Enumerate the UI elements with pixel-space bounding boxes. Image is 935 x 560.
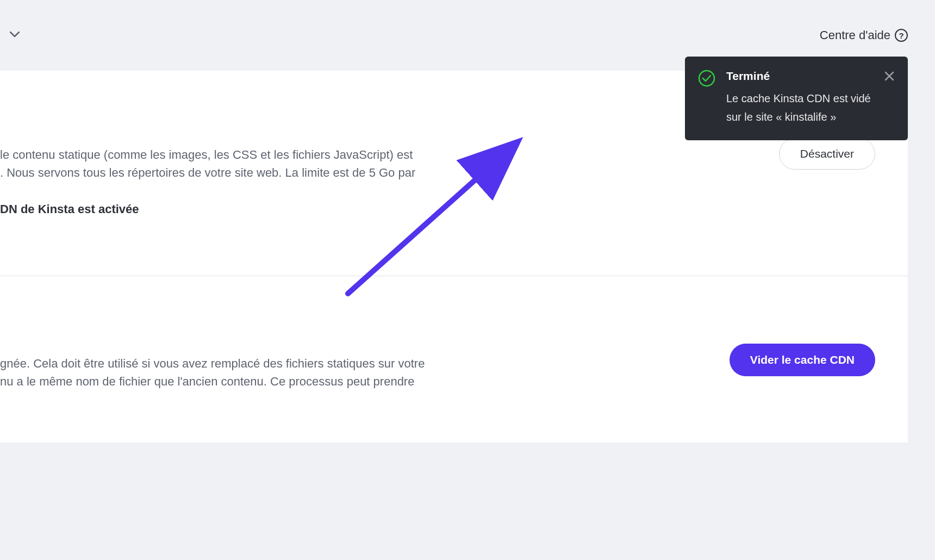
cdn-description: le contenu statique (comme les images, l…: [0, 146, 875, 182]
toast-content: Terminé Le cache Kinsta CDN est vidé sur…: [726, 70, 873, 126]
toast-notification: Terminé Le cache Kinsta CDN est vidé sur…: [685, 57, 908, 140]
svg-point-0: [699, 71, 714, 86]
dropdown-toggle[interactable]: [0, 21, 29, 50]
disable-cdn-button[interactable]: Désactiver: [779, 138, 875, 170]
success-check-icon: [698, 70, 715, 87]
clear-cdn-cache-button[interactable]: Vider le cache CDN: [730, 344, 875, 376]
chevron-down-icon: [10, 32, 20, 38]
help-icon: ?: [895, 29, 908, 42]
clear-cache-section: gnée. Cela doit être utilisé si vous ave…: [0, 276, 908, 443]
toast-close-button[interactable]: [884, 71, 895, 82]
toast-title: Terminé: [726, 70, 873, 83]
close-icon: [884, 71, 895, 82]
toast-message: Le cache Kinsta CDN est vidé sur le site…: [726, 89, 873, 126]
cdn-status-text: DN de Kinsta est activée: [0, 202, 875, 216]
help-center-link[interactable]: Centre d'aide ?: [820, 28, 908, 42]
help-center-label: Centre d'aide: [820, 28, 890, 42]
